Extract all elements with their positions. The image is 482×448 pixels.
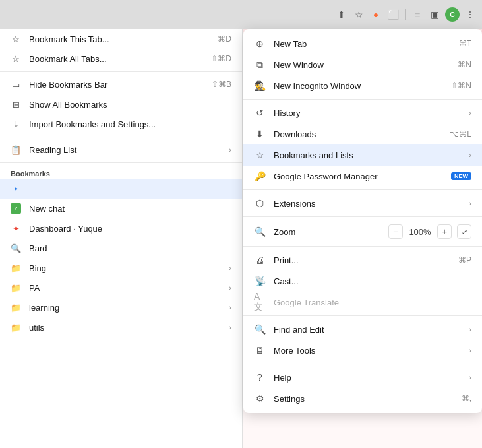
settings-shortcut: ⌘, (462, 394, 471, 403)
learning-arrow: › (229, 284, 231, 292)
new-tab-icon: ⊕ (254, 38, 266, 49)
more-icon[interactable]: ⋮ (464, 8, 477, 21)
import-bookmarks-item[interactable]: ⤓ Import Bookmarks and Settings... (0, 114, 242, 134)
utils-label: learning (29, 303, 218, 313)
bookmarks-lists-item[interactable]: ☆ Bookmarks and Lists › (243, 144, 482, 166)
find-edit-item[interactable]: 🔍 Find and Edit › (243, 319, 482, 340)
utils-arrow: › (229, 304, 231, 311)
right-main-menu: ⊕ New Tab ⌘T ⧉ New Window ⌘N 🕵 New Incog… (243, 29, 482, 413)
bing-bookmark[interactable]: 🔍 Bard (0, 238, 242, 258)
reading-list-arrow: › (229, 146, 231, 154)
pa-label: Bing (29, 263, 218, 273)
help-label: Help (274, 373, 461, 383)
separator-r3 (243, 216, 482, 217)
print-item[interactable]: 🖨 Print... ⌘P (243, 249, 482, 271)
password-manager-item[interactable]: 🔑 Google Password Manager NEW (243, 166, 482, 187)
bard-label: Dashboard · Yuque (29, 224, 231, 234)
bing-favicon: 🔍 (11, 243, 21, 253)
zoom-in-button[interactable]: + (437, 224, 452, 239)
separator-r2 (243, 189, 482, 190)
lagacy-label: utils (29, 323, 218, 333)
history-arrow: › (469, 109, 471, 117)
show-bookmarks-label: Show All Bookmarks (29, 100, 231, 110)
settings-icon: ⚙ (254, 393, 266, 404)
zoom-control: − 100% + ⤢ (388, 224, 471, 239)
downloads-item[interactable]: ⬇ Downloads ⌥⌘L (243, 123, 482, 144)
help-icon: ? (254, 371, 266, 383)
new-chat-favicon: ✦ (11, 183, 21, 194)
extensions-item[interactable]: ⬡ Extensions › (243, 193, 482, 214)
utils-folder[interactable]: 📁 learning › (0, 298, 242, 317)
bookmark-all-tabs-item[interactable]: ☆ Bookmark All Tabs... ⇧⌘D (0, 49, 242, 69)
translate-label: Google Translate (274, 298, 471, 307)
show-all-bookmarks-item[interactable]: ⊞ Show All Bookmarks (0, 94, 242, 114)
reading-list-label: Reading List (29, 145, 218, 155)
import-label: Import Bookmarks and Settings... (29, 119, 231, 129)
hide-bookmarks-label: Hide Bookmarks Bar (29, 80, 204, 90)
bing-label: Bard (29, 243, 231, 253)
extensions-label: Extensions (274, 199, 461, 208)
more-tools-label: More Tools (274, 346, 461, 356)
yuque-favicon: Y (11, 203, 21, 214)
separator-3 (0, 162, 242, 163)
new-incognito-item[interactable]: 🕵 New Incognito Window ⇧⌘N (243, 75, 482, 96)
separator-1 (0, 71, 242, 72)
new-window-label: New Window (274, 60, 450, 70)
more-tools-icon: 🖥 (254, 344, 266, 356)
settings-item[interactable]: ⚙ Settings ⌘, (243, 388, 482, 409)
print-label: Print... (274, 255, 450, 265)
lagacy-folder[interactable]: 📁 utils › (0, 317, 242, 337)
reading-list-item[interactable]: 📋 Reading List › (0, 140, 242, 160)
lagacy-arrow: › (229, 323, 231, 331)
new-incognito-label: New Incognito Window (274, 81, 443, 91)
new-tab-item[interactable]: ⊕ New Tab ⌘T (243, 33, 482, 54)
cast-icon: 📡 (254, 275, 266, 287)
utils-folder-icon: 📁 (11, 302, 21, 313)
history-item[interactable]: ↺ History › (243, 102, 482, 123)
import-icon: ⤓ (11, 119, 21, 129)
list-icon[interactable]: ≡ (411, 8, 424, 21)
bookmark-this-tab-item[interactable]: ☆ Bookmark This Tab... ⌘D (0, 29, 242, 49)
puzzle-icon[interactable]: ⬜ (386, 8, 400, 21)
downloads-icon: ⬇ (254, 128, 266, 140)
pa-folder[interactable]: 📁 Bing › (0, 258, 242, 278)
find-label: Find and Edit (274, 325, 461, 335)
neon-icon[interactable]: ● (369, 8, 382, 21)
hide-bookmarks-icon: ▭ (11, 79, 21, 90)
learning-label: PA (29, 283, 218, 293)
new-window-item[interactable]: ⧉ New Window ⌘N (243, 54, 482, 75)
more-tools-item[interactable]: 🖥 More Tools › (243, 340, 482, 361)
extensions-arrow: › (469, 199, 471, 207)
star-icon[interactable]: ☆ (352, 8, 365, 21)
separator-r4 (243, 246, 482, 247)
bookmark-all-shortcut: ⇧⌘D (211, 54, 231, 63)
zoom-label: Zoom (274, 227, 380, 237)
upload-icon[interactable]: ⬆ (335, 8, 348, 21)
downloads-label: Downloads (274, 129, 442, 139)
zoom-out-button[interactable]: − (388, 224, 403, 239)
pa-arrow: › (229, 264, 231, 272)
bookmark-tab-shortcut: ⌘D (218, 34, 231, 44)
cast-item[interactable]: 📡 Cast... (243, 271, 482, 292)
bookmarks-lists-label: Bookmarks and Lists (274, 150, 461, 160)
hide-bookmarks-bar-item[interactable]: ▭ Hide Bookmarks Bar ⇧⌘B (0, 75, 242, 94)
bookmarks-section-header: Bookmarks (0, 166, 242, 179)
find-arrow: › (469, 325, 471, 333)
bookmark-all-label: Bookmark All Tabs... (29, 54, 203, 64)
help-item[interactable]: ? Help › (243, 367, 482, 388)
translate-item[interactable]: A文 Google Translate (243, 292, 482, 313)
bookmarks-lists-icon: ☆ (254, 149, 266, 161)
avatar-icon[interactable]: C (445, 7, 460, 22)
zoom-fullscreen-button[interactable]: ⤢ (457, 224, 471, 239)
help-arrow: › (469, 373, 471, 381)
left-context-menu: ☆ Bookmark This Tab... ⌘D ☆ Bookmark All… (0, 29, 243, 448)
history-icon: ↺ (254, 107, 266, 119)
divider (405, 9, 406, 20)
learning-folder[interactable]: 📁 PA › (0, 278, 242, 298)
zoom-icon: 🔍 (254, 226, 266, 238)
sidebar-icon[interactable]: ▣ (428, 8, 441, 21)
new-chat-bookmark[interactable]: ✦ (0, 179, 242, 199)
bard-bookmark[interactable]: ✦ Dashboard · Yuque (0, 218, 242, 238)
translate-icon: A文 (254, 296, 266, 308)
dashboard-yuque-bookmark[interactable]: Y New chat (0, 199, 242, 218)
